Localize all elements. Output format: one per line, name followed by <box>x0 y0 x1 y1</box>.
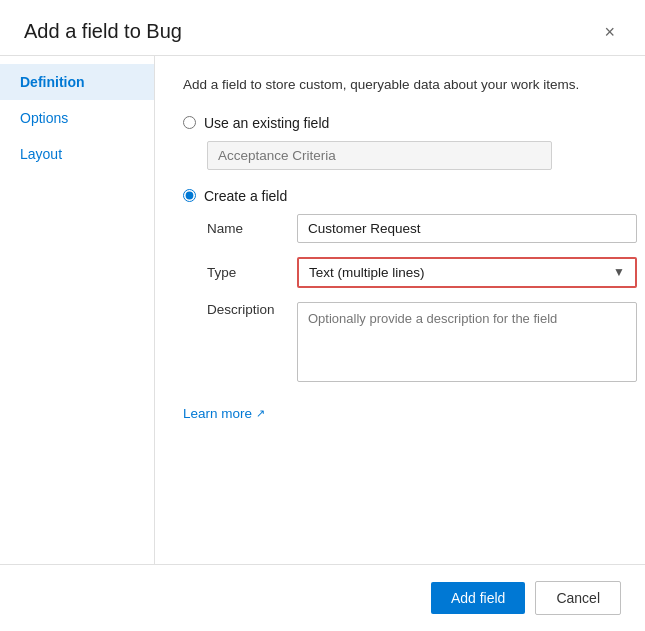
dialog-header: Add a field to Bug × <box>0 0 645 56</box>
create-field-label[interactable]: Create a field <box>204 188 287 204</box>
name-row: Name <box>207 214 637 243</box>
add-field-dialog: Add a field to Bug × Definition Options … <box>0 0 645 631</box>
create-field-option: Create a field <box>183 188 637 204</box>
external-link-icon: ↗ <box>256 407 265 420</box>
description-row: Description <box>207 302 637 382</box>
sidebar-item-definition[interactable]: Definition <box>0 64 154 100</box>
description-textarea[interactable] <box>297 302 637 382</box>
use-existing-option: Use an existing field <box>183 115 637 131</box>
name-input[interactable] <box>297 214 637 243</box>
create-field-radio[interactable] <box>183 189 196 202</box>
dialog-body: Definition Options Layout Add a field to… <box>0 56 645 564</box>
description-label: Description <box>207 302 297 317</box>
use-existing-label[interactable]: Use an existing field <box>204 115 329 131</box>
type-label: Type <box>207 265 297 280</box>
sidebar-item-layout[interactable]: Layout <box>0 136 154 172</box>
cancel-button[interactable]: Cancel <box>535 581 621 615</box>
add-field-button[interactable]: Add field <box>431 582 525 614</box>
name-label: Name <box>207 221 297 236</box>
type-row: Type Text (multiple lines) Text (single … <box>207 257 637 288</box>
type-select-wrapper: Text (multiple lines) Text (single line)… <box>297 257 637 288</box>
use-existing-radio[interactable] <box>183 116 196 129</box>
existing-field-input <box>207 141 552 170</box>
sidebar-item-options[interactable]: Options <box>0 100 154 136</box>
type-select[interactable]: Text (multiple lines) Text (single line)… <box>299 259 635 286</box>
learn-more-label: Learn more <box>183 406 252 421</box>
dialog-footer: Add field Cancel <box>0 564 645 631</box>
sidebar: Definition Options Layout <box>0 56 155 564</box>
close-button[interactable]: × <box>598 21 621 43</box>
content-description: Add a field to store custom, queryable d… <box>183 76 637 95</box>
learn-more-link[interactable]: Learn more ↗ <box>183 406 637 421</box>
main-content: Add a field to store custom, queryable d… <box>155 56 645 564</box>
dialog-title: Add a field to Bug <box>24 20 182 43</box>
